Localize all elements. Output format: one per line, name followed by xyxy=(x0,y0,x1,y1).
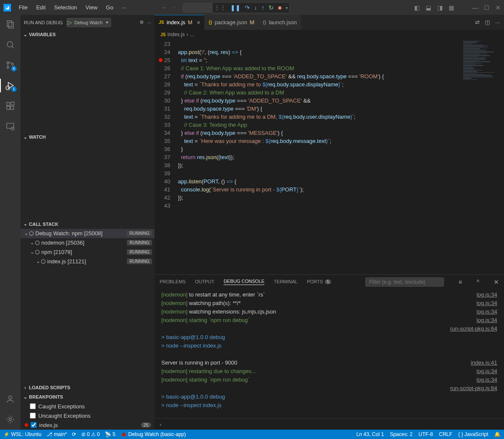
svg-rect-9 xyxy=(11,106,14,109)
section-watch[interactable]: ⌄WATCH xyxy=(20,132,155,142)
status-ports[interactable]: 📡5 xyxy=(105,431,115,437)
bp-caught-exceptions[interactable]: Caught Exceptions xyxy=(20,402,155,411)
sync-icon: ⟳ xyxy=(72,431,76,437)
debug-console-output[interactable]: [nodemon] to restart at any time, enter … xyxy=(155,289,504,418)
editor-code[interactable]: app.post('/', (req, res) => { let text =… xyxy=(178,39,461,274)
layout-panel-icon[interactable]: ⬓ xyxy=(426,4,431,11)
debug-restart-icon[interactable]: ↻ xyxy=(269,4,274,11)
tab-close-icon[interactable]: × xyxy=(197,19,200,26)
console-source-link[interactable]: log.js:34 xyxy=(477,367,504,376)
panel-tab-terminal[interactable]: TERMINAL xyxy=(274,279,298,285)
panel-tab-debugconsole[interactable]: DEBUG CONSOLE xyxy=(223,279,264,285)
activity-search-icon[interactable] xyxy=(5,40,15,50)
status-sync[interactable]: ⟳ xyxy=(72,431,76,437)
editor-tab[interactable]: JSindex.jsM× xyxy=(155,15,204,30)
callstack-item[interactable]: ⌄⬡npm [21078]RUNNING xyxy=(20,248,155,257)
bp-file-entry[interactable]: index.js25 xyxy=(20,420,155,430)
panel-tab-output[interactable]: OUTPUT xyxy=(195,279,214,285)
breadcrumbs[interactable]: JS index.js › ... xyxy=(155,30,504,39)
debug-dropdown-icon[interactable]: ▾ xyxy=(286,6,288,10)
panel-tab-ports[interactable]: PORTS5 xyxy=(307,279,331,285)
console-source-link[interactable]: log.js:34 xyxy=(477,376,504,384)
window-minimize-icon[interactable]: — xyxy=(472,4,478,11)
activity-scm-icon[interactable]: 5 xyxy=(5,60,15,70)
debug-config-selector[interactable]: ▷ Debug Watch ▾ xyxy=(66,18,111,27)
editor-tab[interactable]: {}package.jsonM xyxy=(204,15,258,30)
debug-pause-icon[interactable]: ❚❚ xyxy=(230,4,241,11)
more-actions-icon[interactable]: ··· xyxy=(147,20,151,25)
settings-gear-icon[interactable]: ⚙ xyxy=(140,20,144,25)
debug-filter-input[interactable] xyxy=(365,277,444,287)
panel-close-icon[interactable]: ✕ xyxy=(494,279,499,285)
status-encoding[interactable]: UTF-8 xyxy=(418,431,433,437)
panel-clear-icon[interactable]: ≡ xyxy=(458,279,462,285)
bp-uncaught-exceptions[interactable]: Uncaught Exceptions xyxy=(20,411,155,420)
debug-stepover-icon[interactable]: ↷ xyxy=(245,4,250,11)
menu-more[interactable]: ··· xyxy=(118,3,130,12)
debug-stepout-icon[interactable]: ↑ xyxy=(261,4,264,11)
status-debug-target[interactable]: 🐞Debug Watch (basic-app) xyxy=(120,431,186,437)
status-remote[interactable]: ⚡WSL: Ubuntu xyxy=(3,431,41,437)
menu-go[interactable]: Go xyxy=(103,3,117,12)
activity-remote-icon[interactable] xyxy=(5,121,15,131)
bp-file-checkbox[interactable] xyxy=(31,422,37,428)
editor-area[interactable]: 2324252627282930313233343536373839404142… xyxy=(155,39,504,274)
editor-gutter[interactable]: 2324252627282930313233343536373839404142… xyxy=(155,39,178,274)
section-breakpoints[interactable]: ⌄BREAKPOINTS xyxy=(20,392,155,402)
console-source-link[interactable]: log.js:34 xyxy=(477,316,504,325)
menu-file[interactable]: File xyxy=(15,3,31,12)
nav-back-icon[interactable]: ← xyxy=(161,4,167,11)
status-spaces[interactable]: Spaces: 2 xyxy=(390,431,412,437)
debug-grip-icon[interactable]: ⋮⋮ xyxy=(214,4,226,11)
minimap[interactable] xyxy=(461,39,504,274)
layout-editor-icon[interactable]: ◧ xyxy=(414,4,420,11)
activity-account-icon[interactable] xyxy=(5,394,15,404)
more-actions-icon[interactable]: ··· xyxy=(495,19,500,26)
console-source-link[interactable]: run-script-pkg.js:64 xyxy=(450,325,504,333)
layout-sidebar-icon[interactable]: ◨ xyxy=(437,4,443,11)
menu-view[interactable]: View xyxy=(82,3,101,12)
editor-tab[interactable]: {}launch.json xyxy=(259,15,301,30)
callstack-item[interactable]: ⌄⬡Debug Watch: npm [25008]RUNNING xyxy=(20,229,155,238)
console-source-link[interactable]: log.js:34 xyxy=(477,291,504,299)
menu-selection[interactable]: Selection xyxy=(51,3,80,12)
status-branch[interactable]: ⎇main* xyxy=(46,431,67,437)
section-callstack[interactable]: ⌄CALL STACK xyxy=(20,220,155,229)
menu-edit[interactable]: Edit xyxy=(33,3,49,12)
section-variables[interactable]: ⌄VARIABLES xyxy=(20,30,155,39)
panel-tab-problems[interactable]: PROBLEMS xyxy=(160,279,186,285)
compare-changes-icon[interactable]: ⇄ xyxy=(475,19,480,26)
window-maximize-icon[interactable]: ☐ xyxy=(484,4,490,11)
console-source-link[interactable]: index.js:41 xyxy=(471,359,504,367)
panel-maximize-icon[interactable]: ^ xyxy=(476,279,479,285)
debug-stop-icon[interactable]: ■ xyxy=(278,4,281,11)
layout-customize-icon[interactable]: ▦ xyxy=(449,4,454,11)
split-editor-icon[interactable]: ◫ xyxy=(485,19,490,26)
console-line: > basic-app@1.0.0 debug xyxy=(161,333,504,342)
debug-alt-icon: 🐞 xyxy=(120,431,127,437)
activity-debug-icon[interactable]: 1 xyxy=(5,80,15,91)
start-debug-icon[interactable]: ▷ xyxy=(68,19,72,26)
callstack-item[interactable]: ⌄⬡index.js [21121]RUNNING xyxy=(20,257,155,266)
bp-uncaught-checkbox[interactable] xyxy=(30,413,36,419)
debug-stepinto-icon[interactable]: ↓ xyxy=(254,4,257,11)
nav-forward-icon[interactable]: → xyxy=(171,4,177,11)
console-source-link[interactable]: run-script-pkg.js:64 xyxy=(450,384,504,393)
breakpoint-dot-icon[interactable] xyxy=(159,58,163,62)
status-lncol[interactable]: Ln 43, Col 1 xyxy=(356,431,384,437)
debug-console-input[interactable]: › xyxy=(155,418,504,430)
status-problems[interactable]: ⊘0⚠0 xyxy=(81,431,100,437)
js-file-icon: JS xyxy=(160,32,166,37)
status-eol[interactable]: CRLF xyxy=(439,431,452,437)
callstack-item[interactable]: ⌄⬡nodemon [25036]RUNNING xyxy=(20,238,155,248)
console-source-link[interactable]: log.js:34 xyxy=(477,299,504,308)
activity-extensions-icon[interactable] xyxy=(5,101,15,111)
activity-explorer-icon[interactable] xyxy=(5,19,15,29)
bp-caught-checkbox[interactable] xyxy=(30,403,36,409)
window-close-icon[interactable]: ✕ xyxy=(495,4,501,11)
activity-settings-icon[interactable] xyxy=(5,414,15,425)
section-loaded-scripts[interactable]: ›LOADED SCRIPTS xyxy=(20,383,155,392)
status-feedback[interactable]: 🔔 xyxy=(494,431,501,437)
status-language[interactable]: { }JavaScript xyxy=(458,431,488,437)
console-source-link[interactable]: log.js:34 xyxy=(477,308,504,316)
